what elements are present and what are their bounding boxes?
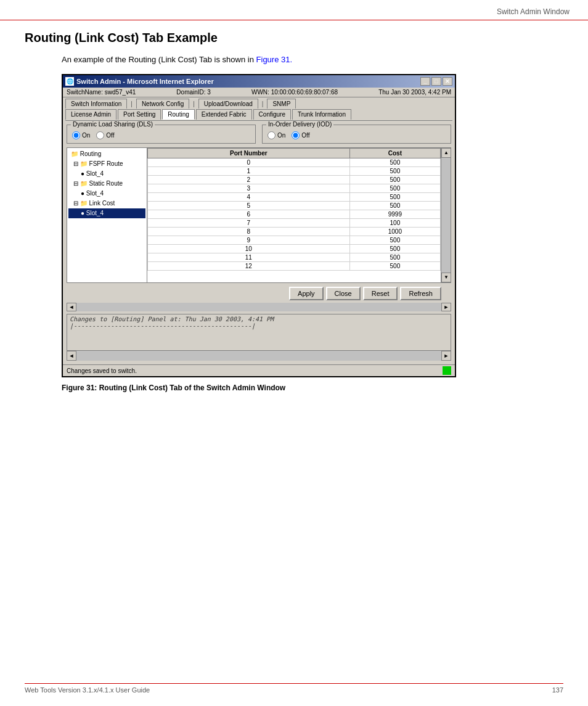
tree-item-static-slot4[interactable]: ● Slot_4	[68, 189, 145, 199]
tree-item-linkcost[interactable]: ⊟ 📁 Link Cost	[68, 199, 145, 208]
tab-separator-3: |	[259, 99, 266, 109]
tree-item-fspf[interactable]: ⊟ 📁 FSPF Route	[68, 159, 145, 169]
dls-group: Dynamic Load Sharing (DLS) On Off	[67, 125, 256, 144]
tree-item-fspf-slot4[interactable]: ● Slot_4	[68, 169, 145, 179]
h-scroll-track-2[interactable]	[76, 351, 441, 361]
minimize-button[interactable]: _	[420, 77, 430, 86]
table-row: 2500	[148, 176, 441, 184]
cell-cost: 9999	[349, 210, 440, 219]
table-row: 3500	[148, 184, 441, 193]
close-button[interactable]: ✕	[443, 77, 452, 86]
footer-right: 137	[552, 686, 563, 694]
page-footer: Web Tools Version 3.1.x/4.1.x User Guide…	[25, 683, 563, 694]
tab-configure[interactable]: Configure	[253, 109, 291, 120]
iod-group-title: In-Order Delivery (IOD)	[266, 121, 333, 128]
scroll-controls: ◄ ►	[67, 303, 451, 311]
scroll-track[interactable]	[441, 158, 451, 273]
apply-button[interactable]: Apply	[289, 287, 324, 300]
cell-port: 10	[148, 245, 350, 253]
intro-text-static: An example of the Routing (Link Cost) Ta…	[62, 55, 256, 64]
iod-off-radio[interactable]	[292, 131, 300, 139]
table-row: 1500	[148, 167, 441, 176]
tree-item-linkcost-slot4[interactable]: ● Slot_4	[68, 208, 145, 218]
table-row: 12500	[148, 262, 441, 271]
title-bar-left: 🌐 Switch Admin - Microsoft Internet Expl…	[65, 77, 214, 86]
tab-separator-1: |	[128, 99, 135, 109]
h-scroll-right-btn[interactable]: ►	[441, 351, 451, 361]
tab-upload-download[interactable]: Upload/Download	[198, 99, 258, 109]
cell-port: 0	[148, 158, 350, 167]
dls-on-radio[interactable]	[72, 131, 80, 139]
tab-extended-fabric[interactable]: Extended Fabric	[196, 109, 252, 120]
scroll-left-button[interactable]: ◄	[67, 303, 76, 311]
table-row: 9500	[148, 236, 441, 245]
cell-cost: 500	[349, 253, 440, 262]
cell-cost: 500	[349, 158, 440, 167]
tree-table-area: 📁 Routing ⊟ 📁 FSPF Route ● Slot_4 ⊟ 📁 St…	[67, 147, 451, 283]
tab-trunk-information[interactable]: Trunk Information	[292, 109, 351, 120]
cell-cost: 500	[349, 167, 440, 176]
log-area: Changes to [Routing] Panel at: Thu Jan 3…	[67, 314, 451, 351]
cell-cost: 500	[349, 176, 440, 184]
tree-item-routing[interactable]: 📁 Routing	[68, 149, 145, 159]
tab-network-config[interactable]: Network Config	[136, 99, 189, 109]
wwn: WWN: 10:00:00:60:69:80:07:68	[251, 89, 338, 96]
dls-on-label[interactable]: On	[72, 131, 90, 139]
dls-off-radio[interactable]	[96, 131, 104, 139]
status-text: Changes saved to switch.	[67, 367, 137, 374]
tab-switch-information[interactable]: Switch Information	[65, 99, 127, 109]
h-scroll-track[interactable]	[76, 303, 441, 311]
status-indicator	[443, 366, 451, 375]
cell-port: 7	[148, 219, 350, 228]
table-row: 0500	[148, 158, 441, 167]
switch-name: SwitchName: swd57_v41	[67, 89, 136, 96]
cell-port: 12	[148, 262, 350, 271]
table-row: 5500	[148, 202, 441, 210]
footer-left: Web Tools Version 3.1.x/4.1.x User Guide	[25, 686, 150, 694]
table-row: 81000	[148, 228, 441, 236]
iod-on-label[interactable]: On	[267, 131, 285, 139]
title-bar-buttons[interactable]: _ □ ✕	[420, 77, 452, 86]
table-panel: Port Number Cost 05001500250035004500550…	[147, 148, 441, 282]
cell-cost: 500	[349, 236, 440, 245]
scroll-right-button[interactable]: ►	[441, 303, 451, 311]
cell-cost: 500	[349, 184, 440, 193]
tabs-row-1: Switch Information | Network Config | Up…	[65, 99, 452, 109]
action-buttons-row: Apply Close Reset Refresh	[67, 287, 451, 300]
iod-off-label[interactable]: Off	[292, 131, 309, 139]
refresh-button[interactable]: Refresh	[400, 287, 441, 300]
page-header-title: Switch Admin Window	[497, 7, 570, 16]
vertical-scrollbar[interactable]: ▲ ▼	[441, 148, 451, 282]
log-text: Changes to [Routing] Panel at: Thu Jan 3…	[70, 316, 448, 329]
tabs-container: Switch Information | Network Config | Up…	[63, 97, 455, 120]
scroll-up-button[interactable]: ▲	[441, 148, 451, 158]
scroll-down-button[interactable]: ▼	[441, 273, 451, 282]
timestamp: Thu Jan 30 2003, 4:42 PM	[378, 89, 451, 96]
domain-id: DomainID: 3	[176, 89, 211, 96]
tab-separator-2: |	[190, 99, 197, 109]
reset-button[interactable]: Reset	[363, 287, 398, 300]
tab-license-admin[interactable]: License Admin	[65, 109, 116, 120]
col-header-cost: Cost	[349, 149, 440, 158]
options-row: Dynamic Load Sharing (DLS) On Off In-Ord…	[67, 125, 451, 144]
figure-link[interactable]: Figure 31.	[256, 55, 293, 64]
iod-on-radio[interactable]	[267, 131, 276, 139]
close-button-main[interactable]: Close	[326, 287, 361, 300]
h-scroll-left-btn[interactable]: ◄	[67, 351, 76, 361]
table-row: 11500	[148, 253, 441, 262]
tree-item-static[interactable]: ⊟ 📁 Static Route	[68, 179, 145, 189]
section-title: Routing (Link Cost) Tab Example	[25, 31, 563, 45]
minus-icon-2: ⊟	[73, 180, 78, 187]
h-scrollbar-bottom: ◄ ►	[67, 351, 451, 361]
cell-port: 6	[148, 210, 350, 219]
tab-snmp[interactable]: SNMP	[267, 99, 296, 109]
tab-routing[interactable]: Routing	[162, 109, 194, 120]
dls-group-title: Dynamic Load Sharing (DLS)	[71, 121, 155, 128]
maximize-button[interactable]: □	[431, 77, 441, 86]
cell-port: 3	[148, 184, 350, 193]
main-content: Routing (Link Cost) Tab Example An examp…	[0, 0, 588, 417]
tab-port-setting[interactable]: Port Setting	[118, 109, 161, 120]
iod-radio-row: On Off	[267, 131, 446, 139]
dls-off-label[interactable]: Off	[96, 131, 114, 139]
app-window: 🌐 Switch Admin - Microsoft Internet Expl…	[62, 74, 456, 377]
